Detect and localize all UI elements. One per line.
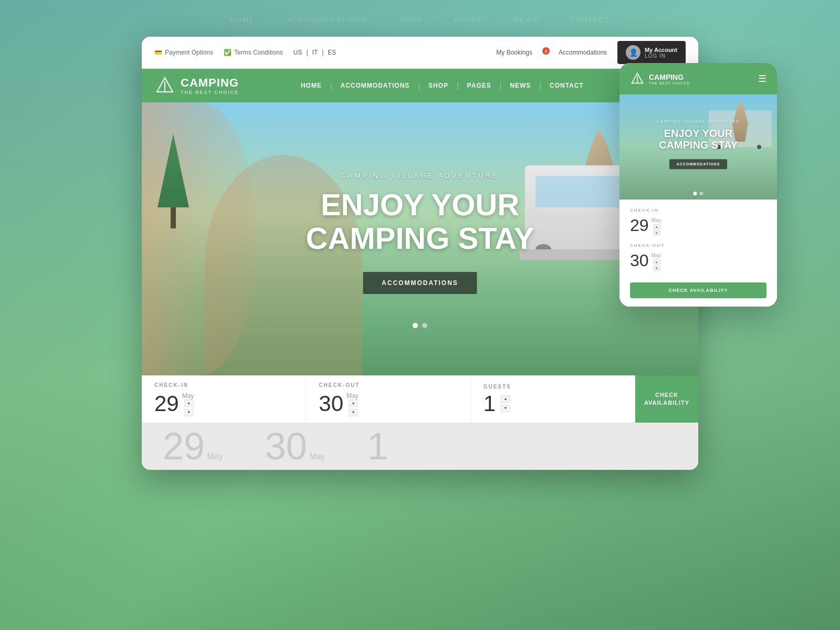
utility-right: My Bookings ✉ 2 Accommodations 👤 My Acco… [496, 41, 686, 64]
logo[interactable]: CAMPING THE BEST CHOICE [154, 75, 239, 96]
utility-left: 💳 Payment Options ✅ Terms Conditions US … [154, 49, 336, 56]
hero-content: CAMPING VILLAGE ADVENTURE ENJOY YOUR CAM… [306, 172, 534, 294]
mobile-checkout-month: May [652, 253, 662, 258]
checkin-month: May [182, 392, 194, 400]
mobile-dot-2[interactable] [700, 192, 704, 195]
blur-booking-bar: 29 May 30 May 1 [142, 423, 698, 470]
mobile-checkin-month: May [652, 217, 662, 223]
utility-bar: 💳 Payment Options ✅ Terms Conditions US … [142, 37, 698, 69]
check-availability-button[interactable]: CHECK AVAILABILITY [635, 375, 698, 423]
mobile-checkout-down[interactable]: ▼ [653, 266, 660, 271]
mobile-checkout-day: 30 [630, 251, 649, 270]
notification-count: 2 [542, 47, 550, 55]
hero-section: CAMPING VILLAGE ADVENTURE ENJOY YOUR CAM… [142, 102, 698, 375]
mobile-menu-icon[interactable]: ☰ [758, 73, 766, 85]
nav-menu: HOME | ACCOMMODATIONS | SHOP | PAGES | N… [260, 77, 624, 94]
checkout-field: CHECK-OUT 30 May ▲ ▼ [306, 375, 470, 423]
logo-text: CAMPING THE BEST CHOICE [181, 76, 239, 95]
guests-down[interactable]: ▼ [501, 405, 510, 412]
language-selector: US | IT | ES [293, 49, 337, 56]
mobile-booking: CHECK-IN 29 May ▲ ▼ CHECK-OUT 30 May [620, 200, 777, 307]
checkout-month-stepper: May ▲ ▼ [346, 391, 359, 416]
booking-bar: CHECK-IN 29 May ▲ ▼ CHECK-OUT 30 [142, 375, 698, 423]
mobile-header: CAMPING THE BEST CHOICE ☰ [620, 63, 777, 94]
logo-tagline: THE BEST CHOICE [181, 90, 239, 95]
mobile-hero-subtitle: CAMPING VILLAGE ADVENTURE [627, 120, 769, 123]
blur-day2: 30 [265, 425, 307, 467]
logo-icon [154, 75, 175, 96]
checkin-label: CHECK-IN [154, 382, 293, 388]
lang-es[interactable]: ES [328, 49, 336, 56]
mobile-slider-dots [694, 192, 704, 195]
guests-up[interactable]: ▲ [501, 395, 510, 403]
mobile-checkout-month-stepper: May ▲ ▼ [652, 250, 662, 271]
blur-count: 1 [368, 425, 388, 467]
account-info: My Account LOG IN [645, 47, 677, 59]
booking-fields: CHECK-IN 29 May ▲ ▼ CHECK-OUT 30 [142, 375, 635, 423]
mobile-checkin-stepper: ▲ ▼ [653, 224, 662, 236]
checkin-stepper: ▲ ▼ [184, 400, 194, 416]
mobile-checkin-label: CHECK-IN [630, 208, 766, 213]
mobile-logo-sub: THE BEST CHOICE [649, 81, 690, 85]
payment-options-link[interactable]: 💳 Payment Options [154, 49, 213, 56]
guests-count: 1 [484, 393, 496, 415]
checkout-day: 30 [319, 393, 343, 415]
mobile-checkin-down[interactable]: ▼ [653, 230, 660, 236]
checkin-up[interactable]: ▲ [184, 400, 194, 407]
check-availability-line1: CHECK [655, 391, 678, 399]
mobile-checkin-month-stepper: May ▲ ▼ [652, 215, 662, 236]
hero-tree [158, 134, 189, 228]
navbar: CAMPING THE BEST CHOICE HOME | ACCOMMODA… [142, 69, 698, 102]
terms-conditions-link[interactable]: ✅ Terms Conditions [224, 49, 283, 56]
notification-area[interactable]: ✉ 2 [543, 49, 548, 56]
checkout-month: May [346, 392, 359, 400]
nav-accommodations[interactable]: ACCOMMODATIONS [333, 77, 417, 94]
nav-pages[interactable]: PAGES [460, 77, 499, 94]
page-bg-nav: HOME ACCOMMODATIONS SHOP PAGES NEWS CONT… [0, 16, 840, 24]
accommodations-link[interactable]: Accommodations [559, 49, 607, 56]
nav-home[interactable]: HOME [293, 77, 329, 94]
mobile-dot-1[interactable] [694, 192, 697, 195]
mobile-mockup: CAMPING THE BEST CHOICE ☰ CAMPING VILLAG… [620, 63, 777, 307]
mobile-checkin-up[interactable]: ▲ [653, 224, 660, 229]
mobile-check-availability-button[interactable]: CHECK AVAILABILITY [630, 282, 766, 298]
mobile-checkout-up[interactable]: ▲ [653, 259, 660, 265]
lang-us[interactable]: US [293, 49, 302, 56]
mobile-hero-title: ENJOY YOUR CAMPING STAY [627, 128, 769, 151]
mobile-checkout-label: CHECK-OUT [630, 243, 766, 248]
mobile-checkin-day: 29 [630, 216, 649, 235]
avatar: 👤 [626, 45, 640, 60]
mobile-logo-icon [630, 71, 645, 86]
mobile-checkout-stepper: ▲ ▼ [653, 259, 662, 271]
checkin-value: 29 May ▲ ▼ [154, 391, 293, 416]
log-in-label: LOG IN [645, 53, 677, 59]
hero-title-line1: ENJOY YOUR [306, 188, 534, 222]
checkout-down[interactable]: ▼ [349, 409, 358, 416]
slider-dot-2[interactable] [422, 323, 427, 328]
guests-value: 1 ▲ ▼ [484, 393, 622, 415]
mobile-hero-content: CAMPING VILLAGE ADVENTURE ENJOY YOUR CAM… [627, 120, 769, 169]
slider-dot-1[interactable] [413, 323, 418, 328]
payment-icon: 💳 [154, 49, 162, 56]
blur-month2: May [309, 452, 325, 461]
checkout-label: CHECK-OUT [319, 382, 457, 388]
checkin-down[interactable]: ▼ [184, 409, 194, 416]
nav-contact[interactable]: CONTACT [542, 77, 591, 94]
my-bookings-link[interactable]: My Bookings [496, 49, 532, 56]
my-account-button[interactable]: 👤 My Account LOG IN [617, 41, 686, 64]
my-account-label: My Account [645, 47, 677, 53]
hero-cta-button[interactable]: ACCOMMODATIONS [363, 272, 477, 294]
checkin-month-stepper: May ▲ ▼ [182, 391, 194, 416]
mobile-hero-cta[interactable]: ACCOMMODATIONS [669, 159, 728, 169]
nav-shop[interactable]: SHOP [421, 77, 456, 94]
hero-title-line2: CAMPING STAY [306, 222, 534, 255]
checkin-day: 29 [154, 393, 179, 415]
blur-guests: 1 [368, 427, 388, 465]
check-availability-line2: AVAILABILITY [644, 399, 689, 407]
mobile-logo-main: CAMPING [649, 73, 690, 81]
blur-checkout: 30 May [265, 427, 326, 465]
lang-it[interactable]: IT [312, 49, 318, 56]
payment-options-label: Payment Options [165, 49, 213, 56]
checkout-up[interactable]: ▲ [349, 400, 358, 407]
nav-news[interactable]: NEWS [502, 77, 538, 94]
